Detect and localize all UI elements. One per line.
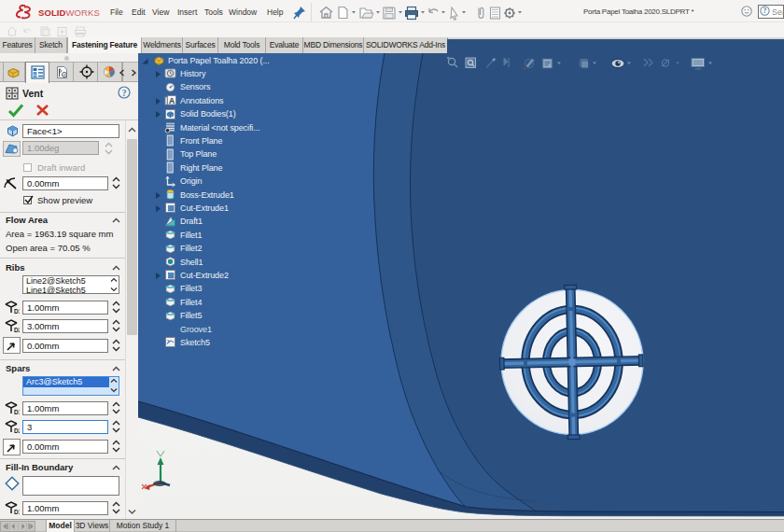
svg-text:D1: D1 <box>14 409 20 415</box>
svg-text:D1: D1 <box>14 509 20 515</box>
svg-text:D2: D2 <box>14 327 20 333</box>
svg-text:?: ? <box>122 89 127 98</box>
svg-text:D2: D2 <box>14 427 20 434</box>
svg-text:D1: D1 <box>14 308 20 315</box>
svg-text:?: ? <box>763 7 767 15</box>
svg-text:A: A <box>169 96 175 105</box>
